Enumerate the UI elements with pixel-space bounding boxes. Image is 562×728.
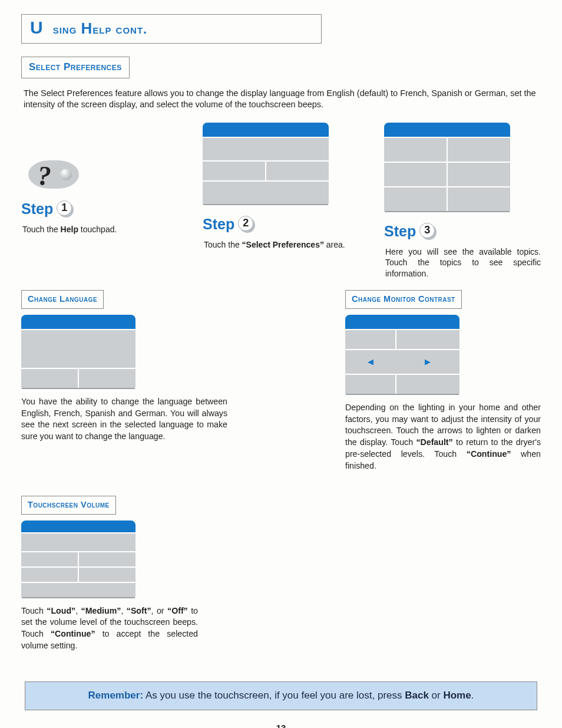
step-1-number: 1 xyxy=(57,200,74,218)
step-1-label: Step 1 xyxy=(21,199,178,219)
intro-paragraph: The Select Preferences feature allows yo… xyxy=(24,88,538,111)
section-title-box: Select Preferences xyxy=(21,57,130,78)
page-title: UUsing Help cont.sing Help cont. xyxy=(30,21,313,38)
question-mark-icon: ? xyxy=(38,158,51,195)
step-1-column: ? Step 1 Touch the Help touchpad. xyxy=(21,125,178,279)
change-language-block: Change Language You have the ability to … xyxy=(21,290,227,472)
lang-screen xyxy=(21,315,135,388)
volume-header: Touchscreen Volume xyxy=(28,499,110,511)
touchscreen-volume-block: Touchscreen Volume Touch “Loud”, “Medium… xyxy=(21,496,210,652)
step-2-number: 2 xyxy=(238,216,256,233)
volume-paragraph: Touch “Loud”, “Medium”, “Soft”, or “Off”… xyxy=(21,605,198,653)
page-title-box: UUsing Help cont.sing Help cont. xyxy=(21,14,322,44)
help-touchpad-icon: ? xyxy=(28,160,79,189)
step-2-screen xyxy=(203,123,329,204)
step-1-text: Touch the Help touchpad. xyxy=(22,224,178,235)
contrast-header-box: Change Monitor Contrast xyxy=(345,290,462,309)
lang-header: Change Language xyxy=(28,294,97,305)
arrow-left-icon: ◀ xyxy=(345,350,395,374)
step-2-column: Step 2 Touch the “Select Preferences” ar… xyxy=(203,123,359,279)
lang-paragraph: You have the ability to change the langu… xyxy=(21,396,227,443)
contrast-header: Change Monitor Contrast xyxy=(352,294,455,305)
contrast-screen: ◀ ▶ xyxy=(345,315,459,394)
step-3-column: Step 3 Here you will see the available t… xyxy=(384,123,541,279)
steps-row: ? Step 1 Touch the Help touchpad. Step 2 xyxy=(21,125,541,279)
volume-screen xyxy=(21,521,135,597)
reminder-box: Remember: As you use the touchscreen, if… xyxy=(25,681,537,710)
change-contrast-block: Change Monitor Contrast ◀ ▶ Depending on… xyxy=(345,290,541,472)
section-title: Select Preferences xyxy=(29,61,122,74)
page-number: 13 xyxy=(21,722,541,728)
arrow-right-icon: ▶ xyxy=(395,350,459,374)
step-3-label: Step 3 xyxy=(384,222,541,242)
lang-header-box: Change Language xyxy=(21,290,104,309)
light-icon xyxy=(60,169,72,180)
reminder-label: Remember: xyxy=(88,690,144,701)
details-row-1: Change Language You have the ability to … xyxy=(21,290,541,472)
step-3-screen xyxy=(384,123,510,211)
contrast-paragraph: Depending on the lighting in your home a… xyxy=(345,402,541,472)
step-2-label: Step 2 xyxy=(203,215,359,235)
volume-header-box: Touchscreen Volume xyxy=(21,496,116,515)
step-3-number: 3 xyxy=(419,223,437,241)
step-2-text: Touch the “Select Preferences” area. xyxy=(204,239,359,251)
step-3-text: Here you will see the available topics. … xyxy=(385,246,541,280)
